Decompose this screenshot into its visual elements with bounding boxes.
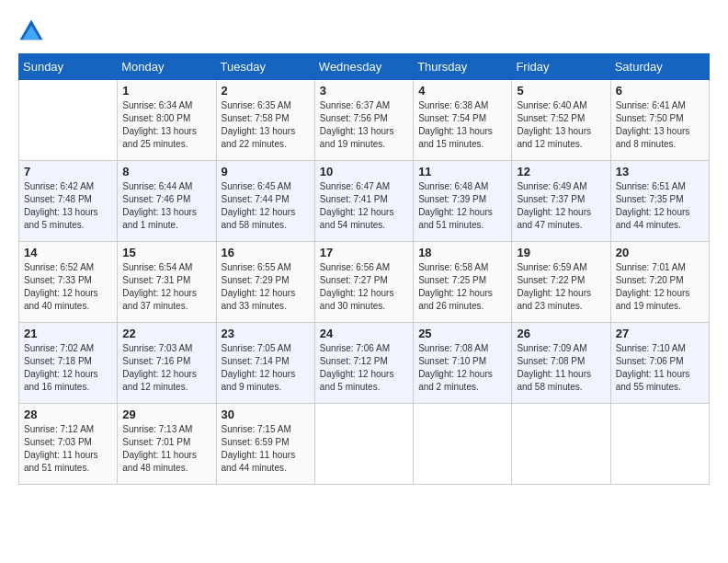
day-number: 23	[222, 327, 310, 340]
day-number: 15	[122, 246, 210, 259]
calendar-cell: 26Sunrise: 7:09 AM Sunset: 7:08 PM Dayli…	[512, 323, 610, 404]
calendar-cell: 6Sunrise: 6:41 AM Sunset: 7:50 PM Daylig…	[610, 80, 709, 161]
calendar-cell	[512, 404, 610, 485]
day-number: 9	[222, 165, 310, 178]
day-number: 21	[24, 327, 112, 340]
day-info: Sunrise: 7:08 AM Sunset: 7:10 PM Dayligh…	[418, 342, 506, 394]
calendar-cell: 11Sunrise: 6:48 AM Sunset: 7:39 PM Dayli…	[414, 161, 512, 242]
day-header-sunday: Sunday	[19, 54, 118, 80]
calendar-cell: 1Sunrise: 6:34 AM Sunset: 8:00 PM Daylig…	[118, 80, 216, 161]
day-info: Sunrise: 6:51 AM Sunset: 7:35 PM Dayligh…	[616, 180, 704, 232]
day-number: 29	[122, 408, 210, 421]
day-number: 25	[418, 327, 506, 340]
calendar-week-row: 1Sunrise: 6:34 AM Sunset: 8:00 PM Daylig…	[19, 80, 710, 161]
day-number: 10	[320, 165, 408, 178]
day-number: 7	[24, 165, 112, 178]
day-info: Sunrise: 6:58 AM Sunset: 7:25 PM Dayligh…	[418, 261, 506, 313]
day-number: 20	[616, 246, 704, 259]
calendar-cell: 23Sunrise: 7:05 AM Sunset: 7:14 PM Dayli…	[216, 323, 314, 404]
calendar-cell: 15Sunrise: 6:54 AM Sunset: 7:31 PM Dayli…	[118, 242, 216, 323]
day-number: 19	[517, 246, 605, 259]
day-info: Sunrise: 6:59 AM Sunset: 7:22 PM Dayligh…	[517, 261, 605, 313]
day-info: Sunrise: 6:55 AM Sunset: 7:29 PM Dayligh…	[222, 261, 310, 313]
calendar-cell: 18Sunrise: 6:58 AM Sunset: 7:25 PM Dayli…	[414, 242, 512, 323]
day-info: Sunrise: 6:35 AM Sunset: 7:58 PM Dayligh…	[222, 99, 310, 151]
day-number: 18	[418, 246, 506, 259]
day-info: Sunrise: 6:40 AM Sunset: 7:52 PM Dayligh…	[517, 99, 605, 151]
calendar-cell: 27Sunrise: 7:10 AM Sunset: 7:06 PM Dayli…	[610, 323, 709, 404]
calendar-cell: 7Sunrise: 6:42 AM Sunset: 7:48 PM Daylig…	[19, 161, 118, 242]
day-number: 5	[517, 84, 605, 98]
day-header-tuesday: Tuesday	[216, 54, 314, 80]
calendar-cell	[314, 404, 413, 485]
calendar-cell: 29Sunrise: 7:13 AM Sunset: 7:01 PM Dayli…	[118, 404, 216, 485]
calendar-cell: 24Sunrise: 7:06 AM Sunset: 7:12 PM Dayli…	[314, 323, 413, 404]
calendar-cell: 20Sunrise: 7:01 AM Sunset: 7:20 PM Dayli…	[610, 242, 709, 323]
day-info: Sunrise: 6:47 AM Sunset: 7:41 PM Dayligh…	[320, 180, 408, 232]
calendar-cell: 12Sunrise: 6:49 AM Sunset: 7:37 PM Dayli…	[512, 161, 610, 242]
calendar-cell: 19Sunrise: 6:59 AM Sunset: 7:22 PM Dayli…	[512, 242, 610, 323]
day-number: 13	[616, 165, 704, 178]
calendar-week-row: 21Sunrise: 7:02 AM Sunset: 7:18 PM Dayli…	[19, 323, 710, 404]
day-info: Sunrise: 7:09 AM Sunset: 7:08 PM Dayligh…	[517, 342, 605, 394]
calendar-cell: 22Sunrise: 7:03 AM Sunset: 7:16 PM Dayli…	[118, 323, 216, 404]
calendar-cell: 25Sunrise: 7:08 AM Sunset: 7:10 PM Dayli…	[414, 323, 512, 404]
day-info: Sunrise: 7:02 AM Sunset: 7:18 PM Dayligh…	[24, 342, 112, 394]
day-info: Sunrise: 7:12 AM Sunset: 7:03 PM Dayligh…	[24, 423, 112, 475]
day-info: Sunrise: 6:56 AM Sunset: 7:27 PM Dayligh…	[320, 261, 408, 313]
page-header	[18, 18, 710, 44]
day-header-friday: Friday	[512, 54, 610, 80]
calendar-cell: 4Sunrise: 6:38 AM Sunset: 7:54 PM Daylig…	[414, 80, 512, 161]
day-header-thursday: Thursday	[414, 54, 512, 80]
day-info: Sunrise: 7:13 AM Sunset: 7:01 PM Dayligh…	[122, 423, 210, 475]
day-info: Sunrise: 6:48 AM Sunset: 7:39 PM Dayligh…	[418, 180, 506, 232]
day-info: Sunrise: 6:44 AM Sunset: 7:46 PM Dayligh…	[122, 180, 210, 232]
day-info: Sunrise: 6:45 AM Sunset: 7:44 PM Dayligh…	[222, 180, 310, 232]
day-header-wednesday: Wednesday	[314, 54, 413, 80]
day-info: Sunrise: 7:15 AM Sunset: 6:59 PM Dayligh…	[222, 423, 310, 475]
calendar-cell: 5Sunrise: 6:40 AM Sunset: 7:52 PM Daylig…	[512, 80, 610, 161]
day-info: Sunrise: 7:05 AM Sunset: 7:14 PM Dayligh…	[222, 342, 310, 394]
day-info: Sunrise: 6:54 AM Sunset: 7:31 PM Dayligh…	[122, 261, 210, 313]
day-number: 4	[418, 84, 506, 98]
day-info: Sunrise: 6:42 AM Sunset: 7:48 PM Dayligh…	[24, 180, 112, 232]
day-number: 16	[222, 246, 310, 259]
calendar-cell: 13Sunrise: 6:51 AM Sunset: 7:35 PM Dayli…	[610, 161, 709, 242]
day-number: 12	[517, 165, 605, 178]
logo-icon	[18, 18, 44, 44]
day-number: 6	[616, 84, 704, 98]
day-info: Sunrise: 6:38 AM Sunset: 7:54 PM Dayligh…	[418, 99, 506, 151]
day-info: Sunrise: 6:41 AM Sunset: 7:50 PM Dayligh…	[616, 99, 704, 151]
calendar-cell: 17Sunrise: 6:56 AM Sunset: 7:27 PM Dayli…	[314, 242, 413, 323]
day-info: Sunrise: 7:03 AM Sunset: 7:16 PM Dayligh…	[122, 342, 210, 394]
day-number: 1	[122, 84, 210, 98]
day-info: Sunrise: 6:49 AM Sunset: 7:37 PM Dayligh…	[517, 180, 605, 232]
day-number: 28	[24, 408, 112, 421]
calendar-week-row: 7Sunrise: 6:42 AM Sunset: 7:48 PM Daylig…	[19, 161, 710, 242]
day-number: 24	[320, 327, 408, 340]
calendar-cell	[19, 80, 118, 161]
day-info: Sunrise: 7:10 AM Sunset: 7:06 PM Dayligh…	[616, 342, 704, 394]
day-info: Sunrise: 7:06 AM Sunset: 7:12 PM Dayligh…	[320, 342, 408, 394]
calendar-cell: 28Sunrise: 7:12 AM Sunset: 7:03 PM Dayli…	[19, 404, 118, 485]
day-number: 11	[418, 165, 506, 178]
day-number: 30	[222, 408, 310, 421]
day-number: 26	[517, 327, 605, 340]
calendar-table: SundayMondayTuesdayWednesdayThursdayFrid…	[18, 53, 710, 485]
logo	[18, 18, 48, 44]
day-info: Sunrise: 6:37 AM Sunset: 7:56 PM Dayligh…	[320, 99, 408, 151]
calendar-cell: 8Sunrise: 6:44 AM Sunset: 7:46 PM Daylig…	[118, 161, 216, 242]
calendar-cell: 10Sunrise: 6:47 AM Sunset: 7:41 PM Dayli…	[314, 161, 413, 242]
calendar-cell: 2Sunrise: 6:35 AM Sunset: 7:58 PM Daylig…	[216, 80, 314, 161]
calendar-cell: 30Sunrise: 7:15 AM Sunset: 6:59 PM Dayli…	[216, 404, 314, 485]
calendar-cell: 3Sunrise: 6:37 AM Sunset: 7:56 PM Daylig…	[314, 80, 413, 161]
day-number: 14	[24, 246, 112, 259]
calendar-cell: 14Sunrise: 6:52 AM Sunset: 7:33 PM Dayli…	[19, 242, 118, 323]
day-number: 17	[320, 246, 408, 259]
day-info: Sunrise: 6:52 AM Sunset: 7:33 PM Dayligh…	[24, 261, 112, 313]
calendar-cell: 9Sunrise: 6:45 AM Sunset: 7:44 PM Daylig…	[216, 161, 314, 242]
calendar-cell	[610, 404, 709, 485]
day-info: Sunrise: 7:01 AM Sunset: 7:20 PM Dayligh…	[616, 261, 704, 313]
day-number: 8	[122, 165, 210, 178]
day-header-saturday: Saturday	[610, 54, 709, 80]
